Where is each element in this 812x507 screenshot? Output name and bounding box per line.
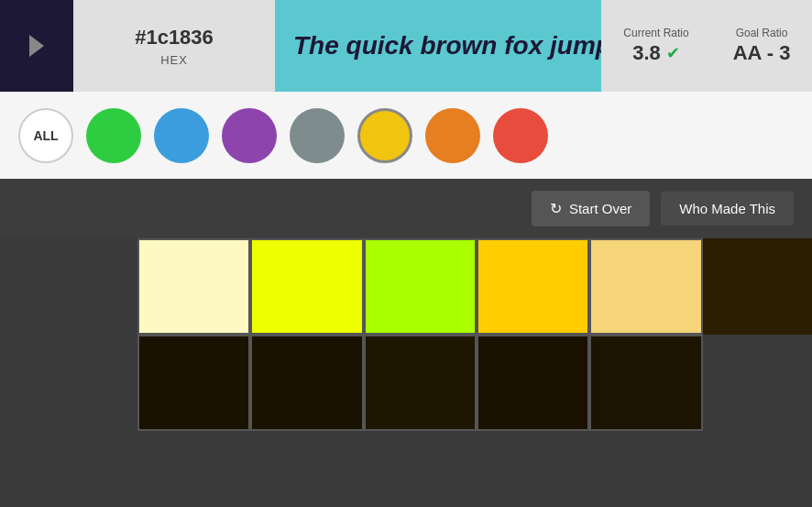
who-made-this-button[interactable]: Who Made This (661, 192, 794, 226)
color-row-top (0, 238, 812, 335)
circle-red[interactable] (493, 108, 548, 163)
circle-green[interactable] (86, 108, 141, 163)
circle-purple[interactable] (222, 108, 277, 163)
hex-section: #1c1836 HEX (73, 0, 275, 92)
color-cell-dark-4[interactable] (477, 335, 589, 431)
color-cell-yellow-light[interactable] (137, 238, 250, 335)
hex-value: #1c1836 (135, 26, 214, 50)
color-cell-dark-3[interactable] (364, 335, 477, 431)
circle-blue[interactable] (154, 108, 209, 163)
color-cell-dark-2[interactable] (250, 335, 363, 431)
circle-yellow[interactable] (357, 108, 412, 163)
circle-all[interactable]: ALL (18, 108, 73, 163)
circle-orange[interactable] (425, 108, 480, 163)
circles-row: ALL (0, 92, 812, 179)
current-ratio-value: 3.8 (632, 41, 661, 65)
color-cell-empty-right (703, 335, 812, 431)
action-bar: ↻ Start Over Who Made This (0, 179, 812, 238)
who-made-this-label: Who Made This (679, 201, 775, 216)
color-row-bottom (0, 335, 812, 431)
color-cell-dark-brown[interactable] (703, 238, 812, 335)
empty-left-bottom (0, 335, 137, 431)
color-cell-lime[interactable] (364, 238, 477, 335)
top-bar: #1c1836 HEX The quick brown fox jumps ov… (0, 0, 812, 92)
refresh-icon: ↻ (550, 200, 562, 217)
empty-left-top (0, 238, 137, 335)
color-grid (0, 238, 812, 431)
color-cell-gold[interactable] (477, 238, 589, 335)
preview-text: The quick brown fox jumps ove (293, 31, 601, 61)
color-cell-pale-yellow[interactable] (589, 238, 702, 335)
check-icon: ✔ (666, 43, 680, 63)
triangle-indicator (29, 35, 44, 57)
color-cell-dark-5[interactable] (589, 335, 702, 431)
circle-gray[interactable] (290, 108, 345, 163)
start-over-label: Start Over (569, 201, 631, 216)
goal-ratio-label: Goal Ratio (736, 27, 788, 39)
goal-ratio-section: Goal Ratio AA - 3 (711, 0, 812, 92)
hex-label: HEX (160, 53, 188, 67)
color-cell-dark-1[interactable] (137, 335, 250, 431)
color-swatch[interactable] (0, 0, 73, 92)
color-cell-yellow-bright[interactable] (250, 238, 363, 335)
current-ratio-row: 3.8 ✔ (632, 41, 680, 65)
preview-text-section: The quick brown fox jumps ove (275, 0, 601, 92)
start-over-button[interactable]: ↻ Start Over (532, 191, 650, 226)
current-ratio-section: Current Ratio 3.8 ✔ (601, 0, 711, 92)
current-ratio-label: Current Ratio (623, 27, 688, 39)
goal-ratio-value: AA - 3 (733, 41, 791, 65)
